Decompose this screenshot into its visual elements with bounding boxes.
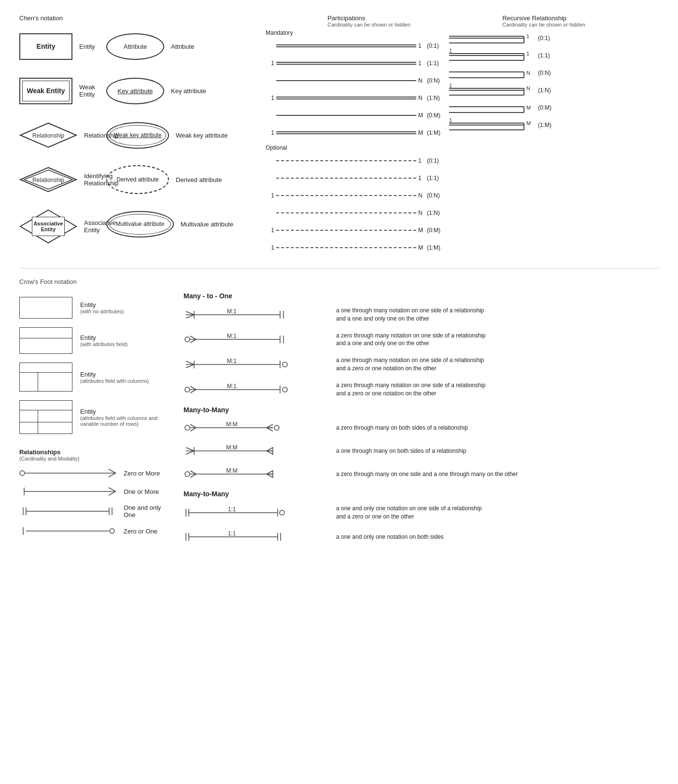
svg-text:M: M bbox=[526, 120, 531, 126]
svg-line-40 bbox=[109, 473, 116, 477]
svg-text:M:1: M:1 bbox=[227, 308, 237, 315]
svg-line-94 bbox=[267, 428, 273, 431]
svg-point-79 bbox=[185, 387, 190, 392]
svg-line-81 bbox=[190, 390, 196, 393]
optional-header: Optional bbox=[266, 144, 449, 151]
cf-zero-one-row: Zero or One bbox=[19, 525, 174, 537]
many-to-one-title: Many - to - One bbox=[184, 292, 659, 300]
svg-line-45 bbox=[109, 491, 116, 495]
weak-entity-shape: Weak Entity bbox=[19, 78, 72, 104]
svg-line-71 bbox=[186, 361, 194, 364]
attribute-row: Attribute Attribute bbox=[106, 29, 266, 63]
mtm-row-1: M:M a zero through many on both sides of… bbox=[184, 420, 659, 435]
mto-desc-1: a one through many notation on one side … bbox=[336, 307, 484, 323]
cf-one-only-row: One and only One bbox=[19, 504, 174, 518]
mtm-diagram-3: M:M bbox=[184, 467, 328, 481]
cf-zero-more-label: Zero or More bbox=[124, 470, 160, 477]
participation-row-0M-mandatory: M (0:M) bbox=[266, 109, 449, 122]
svg-line-39 bbox=[109, 469, 116, 473]
svg-text:Relationship: Relationship bbox=[32, 132, 64, 139]
svg-line-115 bbox=[267, 474, 273, 477]
participation-row-1M-optional: 1 M (1:M) bbox=[266, 241, 449, 254]
cf-zero-one-label: Zero or One bbox=[124, 528, 157, 535]
cf-one-only-label: One and only One bbox=[124, 504, 174, 518]
attribute-shape: Attribute bbox=[106, 33, 164, 60]
recursive-row-1N: 1 N (1:N) bbox=[449, 84, 613, 97]
svg-text:M:1: M:1 bbox=[227, 358, 237, 364]
derived-attribute-shape: Derived attribute bbox=[106, 165, 169, 194]
mto-row-4: M:1 a zero through many notation on one … bbox=[184, 381, 659, 398]
mto-diagram-2: M:1 bbox=[184, 332, 328, 347]
cf-entity-simple bbox=[19, 297, 72, 319]
mto-desc-2: a zero through many notation on one side… bbox=[336, 332, 486, 348]
svg-text:1:1: 1:1 bbox=[228, 530, 236, 537]
cf-one-more-label: One or More bbox=[124, 488, 159, 495]
participations-column: Mandatory 1 (0:1) 1 1 (1:1) bbox=[266, 29, 449, 258]
participation-row-1N-mandatory: 1 N (1:N) bbox=[266, 91, 449, 105]
participations-subtitle: Cardinality can be shown or hidden bbox=[327, 22, 502, 28]
cf-zero-one-shape bbox=[19, 525, 116, 537]
mto-diagram-3: M:1 bbox=[184, 357, 328, 372]
mto-row-3: M:1 a one through many notation on one s… bbox=[184, 356, 659, 373]
recursive-title: Recursive Relationship bbox=[502, 14, 659, 22]
recursive-row-11: 1 1 (1:1) bbox=[449, 49, 613, 62]
many-to-many-title: Many-to-Many bbox=[184, 406, 659, 414]
oto-diagram-2: 1:1 bbox=[184, 530, 328, 544]
chens-header: Chen's notation bbox=[19, 14, 176, 28]
cf-one-more-shape bbox=[19, 486, 116, 497]
participation-row-0N-mandatory: N (0:N) bbox=[266, 74, 449, 87]
attribute-label: Attribute bbox=[171, 43, 194, 50]
key-attribute-label: Key attribute bbox=[171, 87, 206, 95]
chen-shapes-column: Entity Entity Weak Entity Weak Entity Re… bbox=[19, 29, 106, 258]
many-to-many-section: Many-to-Many M:M bbox=[184, 406, 659, 481]
weak-key-attribute-row: Weak key attribute Weak key attribute bbox=[106, 118, 266, 152]
svg-text:1:1: 1:1 bbox=[228, 506, 236, 513]
svg-text:1: 1 bbox=[526, 33, 529, 39]
mtm-desc-2: a one through many on both sides of a re… bbox=[336, 447, 466, 455]
recursive-column: 1 (0:1) 1 1 (1:1) bbox=[449, 29, 613, 258]
weak-key-attribute-shape: Weak key attribute bbox=[106, 122, 169, 149]
participations-header: Participations Cardinality can be shown … bbox=[327, 14, 502, 28]
svg-text:M:M: M:M bbox=[226, 421, 237, 428]
cf-relationships-title: Relationships bbox=[19, 448, 174, 456]
mtm-desc-1: a zero through many on both sides of a r… bbox=[336, 424, 468, 432]
mto-diagram-4: M:1 bbox=[184, 382, 328, 397]
svg-text:Relationship: Relationship bbox=[32, 177, 64, 183]
weak-entity-row: Weak Entity Weak Entity bbox=[19, 74, 106, 108]
many-to-one-section: Many - to - One bbox=[184, 292, 659, 397]
cf-zero-more-shape bbox=[19, 467, 116, 479]
crows-foot-section: Crow's Foot notation Entity (with no att… bbox=[19, 278, 659, 553]
entity-label: Entity bbox=[79, 43, 95, 50]
participation-row-1N-optional: N (1:N) bbox=[266, 206, 449, 220]
recursive-header: Recursive Relationship Cardinality can b… bbox=[502, 14, 659, 28]
cf-one-only-shape bbox=[19, 505, 116, 517]
relationship-row: Relationship Relationship bbox=[19, 118, 106, 152]
cf-entity-attrs bbox=[19, 327, 72, 354]
svg-line-109 bbox=[190, 474, 196, 477]
svg-line-64 bbox=[190, 336, 196, 339]
cf-entity-attrs-row: Entity (with attributes field) bbox=[19, 327, 174, 354]
svg-line-89 bbox=[190, 428, 196, 431]
entity-row: Entity Entity bbox=[19, 29, 106, 63]
recursive-row-01: 1 (0:1) bbox=[449, 31, 613, 45]
participation-row-0M-optional: 1 M (0:M) bbox=[266, 224, 449, 237]
multivalue-attribute-row: Multivalue attribute Multivalue attribut… bbox=[106, 207, 266, 241]
mto-row-1: M:1 a one through many notation on one s… bbox=[184, 307, 659, 323]
svg-text:M:1: M:1 bbox=[227, 333, 237, 339]
svg-line-80 bbox=[190, 386, 196, 390]
oto-desc-2: a one and only one notation on both side… bbox=[336, 533, 444, 541]
svg-line-97 bbox=[186, 448, 194, 451]
mtm-desc-3: a zero through many on one side and a on… bbox=[336, 470, 518, 478]
svg-line-104 bbox=[267, 448, 273, 451]
cf-relationships-legend: Relationships (Cardinality and Modality) bbox=[19, 448, 174, 537]
crows-left-column: Entity (with no attributes) Entity (with… bbox=[19, 292, 174, 553]
weak-key-attribute-label: Weak key attribute bbox=[176, 132, 227, 139]
svg-point-96 bbox=[274, 425, 279, 430]
multivalue-attribute-label: Multivalue attribute bbox=[181, 221, 233, 228]
recursive-row-0M: M (0:M) bbox=[449, 101, 613, 114]
svg-line-88 bbox=[190, 424, 196, 428]
cf-entity-simple-desc: Entity (with no attributes) bbox=[80, 301, 124, 314]
svg-line-93 bbox=[267, 424, 273, 428]
chen-attributes-column: Attribute Attribute Key attribute Key at… bbox=[106, 29, 266, 258]
participation-row-0N-optional: 1 N (0:N) bbox=[266, 189, 449, 202]
